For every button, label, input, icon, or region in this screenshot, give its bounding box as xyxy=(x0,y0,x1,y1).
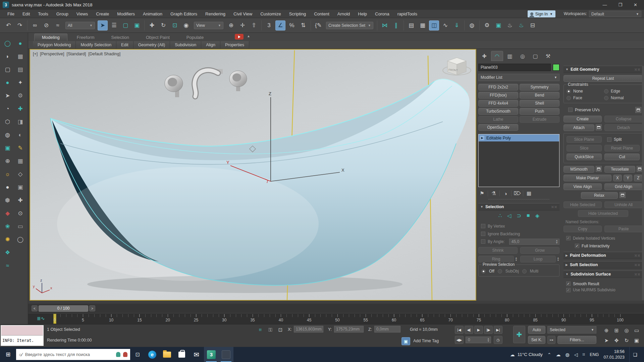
task-view-button[interactable]: ⊡ xyxy=(130,347,145,362)
faucet-fixtures[interactable] xyxy=(165,69,247,97)
zoom-region-button[interactable]: ▭ xyxy=(632,326,641,335)
modifier-button-ffd-2x2x2[interactable]: FFD 2x2x2 xyxy=(478,84,518,90)
create-button[interactable]: Create xyxy=(564,116,602,122)
menu-animation[interactable]: Animation xyxy=(139,11,166,16)
ribbon-tab-populate[interactable]: Populate xyxy=(179,34,211,41)
pan-button[interactable]: ✥ xyxy=(612,336,621,345)
left-toolbar-icon[interactable]: ◨ xyxy=(14,115,27,128)
left-toolbar-icon[interactable]: ✚ xyxy=(14,102,27,115)
preview-multi-radio[interactable] xyxy=(522,269,527,274)
align-icon[interactable]: ∥ xyxy=(391,20,401,31)
create-tab[interactable]: ✚ xyxy=(478,51,490,61)
selection-filter-dropdown[interactable]: All▼ xyxy=(65,22,95,29)
attach-button[interactable]: Attach xyxy=(564,124,594,131)
by-angle-field[interactable]: 45,0 ▲▼ xyxy=(509,239,559,245)
menu-corona[interactable]: Corona xyxy=(371,11,393,16)
modifier-stack[interactable]: ▶ Editable Poly xyxy=(478,134,559,187)
timeline-ruler[interactable]: 0510152025303540455055606570758085909510… xyxy=(35,313,639,324)
menu-scripting[interactable]: Scripting xyxy=(285,11,310,16)
use-nurms-checkbox[interactable]: ✓ xyxy=(566,288,571,292)
ribbon-panel-align[interactable]: Align xyxy=(201,41,220,49)
menu-civil-view[interactable]: Civil View xyxy=(229,11,256,16)
taskbar-store-icon[interactable] xyxy=(174,347,189,362)
left-toolbar-icon[interactable]: ▢ xyxy=(1,63,14,76)
menu-views[interactable]: Views xyxy=(72,11,92,16)
edit-geometry-rollout-header[interactable]: ▼ Edit Geometry ⁙⁙ xyxy=(564,66,643,73)
repeat-last-button[interactable]: Repeat Last xyxy=(564,75,643,82)
make-planar-button[interactable]: Make Planar xyxy=(564,175,611,181)
left-toolbar-icon[interactable]: ≈ xyxy=(1,259,14,272)
current-frame-field[interactable]: 0 ▲▼ xyxy=(466,337,491,343)
language-indicator[interactable]: ENG xyxy=(590,352,599,357)
schematic-view-icon[interactable]: ⇓ xyxy=(452,20,462,31)
left-toolbar-icon[interactable]: ◐ xyxy=(14,128,27,141)
attach-settings-icon[interactable] xyxy=(596,124,602,130)
spinner-icon[interactable]: ▲▼ xyxy=(487,338,490,342)
left-toolbar-icon[interactable]: ▩ xyxy=(14,50,27,63)
timeline-tick[interactable]: 55 xyxy=(359,314,372,322)
taskbar-explorer-icon[interactable] xyxy=(160,347,174,362)
go-to-start-button[interactable]: |◀ xyxy=(455,326,464,334)
preview-subobj-radio[interactable] xyxy=(498,269,502,274)
relax-settings-icon[interactable] xyxy=(620,192,626,198)
split-checkbox[interactable] xyxy=(607,137,611,142)
time-slider[interactable]: 0 / 100 xyxy=(39,305,88,312)
ribbon-toggle-icon[interactable]: ◫ xyxy=(429,20,439,31)
keyboard-override-icon[interactable]: ⇧ xyxy=(249,20,259,31)
planar-x-button[interactable]: X xyxy=(613,175,622,181)
ribbon-panel-subdivision[interactable]: Subdivision xyxy=(170,41,201,49)
object-name-field[interactable]: Plane003 xyxy=(478,64,551,71)
layer-explorer-icon[interactable]: ▦ xyxy=(418,20,428,31)
timeline-tick[interactable]: 5 xyxy=(76,314,90,322)
next-frame-step-button[interactable]: > xyxy=(89,305,95,311)
hierarchy-tab[interactable]: ▥ xyxy=(504,51,516,61)
left-toolbar-icon[interactable]: ◔ xyxy=(1,102,14,115)
loop-button[interactable]: Loop xyxy=(520,256,556,262)
timeline-tick[interactable]: 85 xyxy=(529,314,542,322)
timeline-tick[interactable]: 0 xyxy=(48,314,61,322)
absolute-mode-icon[interactable]: ⊡ xyxy=(276,326,284,334)
select-object-icon[interactable]: ➤ xyxy=(98,20,108,31)
modifier-button-extrude[interactable]: Extrude xyxy=(520,116,559,123)
unhide-all-button[interactable]: Unhide All xyxy=(604,201,643,208)
left-toolbar-icon[interactable]: ❖ xyxy=(1,246,14,259)
display-tab[interactable]: ▢ xyxy=(529,51,541,61)
redo-icon[interactable]: ↷ xyxy=(15,20,25,31)
left-toolbar-icon[interactable]: ⬢ xyxy=(1,194,14,207)
use-pivot-center-icon[interactable]: ⊕ xyxy=(226,20,236,31)
selection-rollout-header[interactable]: ▼ Selection ⁙⁙ xyxy=(478,203,559,210)
cut-button[interactable]: Cut xyxy=(604,154,640,160)
x-coordinate-field[interactable]: 13615,803mm xyxy=(294,326,323,333)
viewport-menu-shading[interactable]: [Default Shading] xyxy=(88,52,120,56)
left-toolbar-icon[interactable]: ✎ xyxy=(14,141,27,155)
snap-toggle-3d-icon[interactable]: 3 xyxy=(264,20,274,31)
maximize-button[interactable]: ❐ xyxy=(618,2,622,7)
set-keys-button[interactable]: ✚ xyxy=(513,326,525,343)
ribbon-panel-polygon-modeling[interactable]: Polygon Modeling xyxy=(33,41,76,49)
sign-in-button[interactable]: Sign In ▼ xyxy=(528,10,555,17)
ribbon-panel-edit[interactable]: Edit xyxy=(116,41,133,49)
play-button[interactable]: ▶ xyxy=(474,326,483,334)
polygon-mode-icon[interactable]: ■ xyxy=(527,213,530,219)
menu-group[interactable]: Group xyxy=(52,11,72,16)
z-coordinate-field[interactable]: 0,0mm xyxy=(374,326,400,333)
listener-macro-row[interactable] xyxy=(1,326,43,336)
left-toolbar-icon[interactable]: ● xyxy=(14,37,27,50)
ribbon-tab-modeling[interactable]: Modeling xyxy=(34,34,67,41)
undo-icon[interactable]: ↶ xyxy=(3,20,13,31)
left-toolbar-icon[interactable]: ▣ xyxy=(1,141,14,155)
menu-tools[interactable]: Tools xyxy=(34,11,52,16)
maximize-viewport-button[interactable]: ▣ xyxy=(632,336,641,345)
volume-icon[interactable]: ◁ xyxy=(574,352,578,357)
modifier-button-turbosmooth[interactable]: TurboSmooth xyxy=(478,108,518,115)
previous-frame-step-button[interactable]: < xyxy=(32,305,38,311)
left-toolbar-icon[interactable]: ▣ xyxy=(14,181,27,194)
viewport-canvas[interactable]: Z Y X z y x FRONT xyxy=(30,50,476,300)
element-mode-icon[interactable]: ◈ xyxy=(535,213,539,219)
previous-frame-button[interactable]: ◀| xyxy=(465,326,473,334)
select-and-place-icon[interactable]: ◉ xyxy=(181,20,191,31)
timeline-tick[interactable]: 25 xyxy=(190,314,203,322)
select-and-move-icon[interactable]: ✚ xyxy=(147,20,157,31)
timeline-tick[interactable]: 30 xyxy=(218,314,231,322)
left-toolbar-icon[interactable]: ❀ xyxy=(1,220,14,233)
